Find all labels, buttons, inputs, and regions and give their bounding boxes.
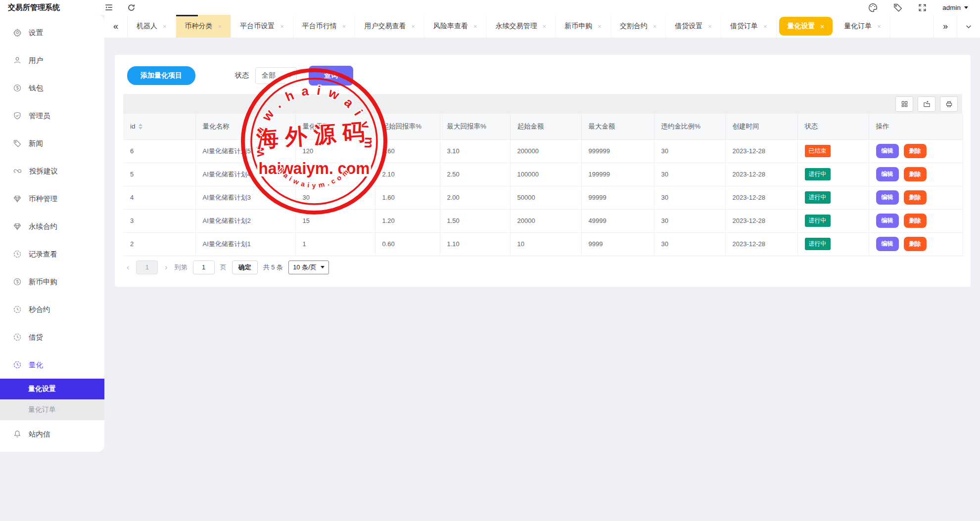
delete-button[interactable]: 删除 (904, 144, 927, 158)
tab-借贷订单[interactable]: 借贷订单× (721, 15, 777, 38)
sidebar-item-记录查看[interactable]: 记录查看 (0, 240, 104, 268)
tab-量化订单[interactable]: 量化订单× (835, 15, 890, 38)
tab-交割合约[interactable]: 交割合约× (611, 15, 666, 38)
tabs-scroll-left-button[interactable]: « (104, 15, 128, 38)
tab-close-icon[interactable]: × (411, 23, 415, 30)
tab-close-icon[interactable]: × (877, 23, 881, 30)
sidebar-item-管理员[interactable]: 管理员 (0, 102, 104, 130)
edit-button[interactable]: 编辑 (876, 167, 899, 181)
edit-button[interactable]: 编辑 (876, 214, 899, 228)
column-header-name: 量化名称 (195, 114, 295, 139)
sidebar-item-量化[interactable]: 量化 (0, 351, 104, 379)
toolbar: 添加量化项目 状态 全部 查询 (115, 55, 971, 94)
tab-close-icon[interactable]: × (543, 23, 547, 30)
next-page-button[interactable]: › (163, 263, 169, 272)
tab-量化设置[interactable]: 量化设置× (779, 17, 833, 36)
tab-永续交易管理[interactable]: 永续交易管理× (487, 15, 556, 38)
tab-label: 币种分类 (185, 22, 213, 31)
tab-close-icon[interactable]: × (598, 23, 602, 30)
tab-close-icon[interactable]: × (763, 23, 767, 30)
cell-max_rate: 1.10 (440, 232, 510, 256)
sidebar-subitem-量化设置[interactable]: 量化设置 (0, 379, 104, 399)
tab-close-icon[interactable]: × (163, 23, 167, 30)
gear-icon (13, 29, 21, 37)
sidebar-item-投拆建议[interactable]: 投拆建议 (0, 157, 104, 185)
fullscreen-icon[interactable] (918, 3, 927, 12)
tab-close-icon[interactable]: × (473, 23, 477, 30)
sidebar-toggle-icon[interactable] (104, 3, 113, 12)
cell-id: 2 (123, 232, 195, 256)
sidebar-item-钱包[interactable]: 钱包 (0, 74, 104, 102)
edit-button[interactable]: 编辑 (876, 237, 899, 251)
status-filter-select[interactable]: 全部 (255, 67, 297, 84)
gem-icon (13, 195, 21, 203)
tab-风险率查看[interactable]: 风险率查看× (424, 15, 487, 38)
cell-days: 1 (295, 232, 375, 256)
column-header-start_amount: 起始金额 (510, 114, 581, 139)
sidebar-item-永续合约[interactable]: 永续合约 (0, 213, 104, 240)
tab-label: 机器人 (137, 22, 157, 31)
tab-用户交易查看[interactable]: 用户交易查看× (355, 15, 424, 38)
sort-icon[interactable] (139, 122, 142, 131)
delete-button[interactable]: 删除 (904, 167, 927, 181)
sidebar-item-label: 量化 (29, 360, 43, 370)
sidebar-item-新闻[interactable]: 新闻 (0, 130, 104, 157)
tabs-scroll-right-button[interactable]: » (933, 15, 957, 38)
sidebar-item-站内信[interactable]: 站内信 (0, 420, 104, 448)
cell-name: AI量化储蓄计划4 (195, 163, 295, 186)
goto-page-input[interactable] (193, 260, 215, 274)
delete-button[interactable]: 删除 (904, 190, 927, 205)
sidebar-item-设置[interactable]: 设置 (0, 19, 104, 46)
sidebar-item-秒合约[interactable]: 秒合约 (0, 296, 104, 323)
tag-icon (13, 139, 21, 147)
tab-close-icon[interactable]: × (280, 23, 284, 30)
refresh-icon[interactable] (127, 3, 136, 12)
table-row: 3AI量化储蓄计划2151.201.502000049999302023-12-… (123, 209, 963, 232)
sidebar-subitem-量化订单[interactable]: 量化订单 (0, 399, 104, 420)
export-button[interactable] (918, 96, 935, 112)
tabs-menu-button[interactable] (957, 15, 980, 38)
column-settings-button[interactable] (895, 96, 913, 112)
goto-confirm-button[interactable]: 确定 (232, 260, 258, 274)
tab-机器人[interactable]: 机器人× (128, 15, 176, 38)
sidebar-item-借贷[interactable]: 借贷 (0, 323, 104, 351)
tag-icon[interactable] (893, 3, 902, 12)
content-card: 添加量化项目 状态 全部 查询 id量化名称量化天数起始回报率%最大回报率%起始… (115, 55, 971, 287)
tab-币种分类[interactable]: 币种分类× (176, 15, 232, 38)
page-size-select[interactable]: 10 条/页 (288, 260, 329, 274)
cell-max_amount: 999999 (581, 139, 654, 163)
cell-days: 30 (295, 186, 375, 209)
column-header-max_amount: 最大金额 (581, 114, 654, 139)
sidebar-item-新币申购[interactable]: 新币申购 (0, 268, 104, 296)
column-header-status: 状态 (797, 114, 869, 139)
tab-close-icon[interactable]: × (821, 23, 825, 30)
column-header-id[interactable]: id (123, 114, 195, 139)
tab-close-icon[interactable]: × (218, 23, 222, 30)
delete-button[interactable]: 删除 (904, 214, 927, 228)
prev-page-button[interactable]: ‹ (125, 263, 131, 272)
cell-max_rate: 3.10 (440, 139, 510, 163)
tab-close-icon[interactable]: × (708, 23, 712, 30)
coin-icon (13, 84, 21, 92)
tab-平台币行情[interactable]: 平台币行情× (293, 15, 356, 38)
column-header-start_rate: 起始回报率% (375, 114, 440, 139)
sidebar-item-币种管理[interactable]: 币种管理 (0, 185, 104, 213)
cell-status: 进行中 (797, 186, 869, 209)
edit-button[interactable]: 编辑 (876, 144, 899, 158)
table-body: 6AI量化储蓄计划51202.603.10200000999999302023-… (123, 139, 963, 256)
tab-新币申购[interactable]: 新币申购× (556, 15, 611, 38)
print-button[interactable] (940, 96, 958, 112)
admin-menu[interactable]: admin (942, 4, 968, 11)
edit-button[interactable]: 编辑 (876, 190, 899, 205)
cell-max_amount: 99999 (581, 186, 654, 209)
theme-palette-icon[interactable] (868, 3, 878, 12)
tab-借贷设置[interactable]: 借贷设置× (666, 15, 721, 38)
query-button[interactable]: 查询 (309, 66, 353, 86)
sidebar-item-用户[interactable]: 用户 (0, 46, 104, 74)
tab-平台币设置[interactable]: 平台币设置× (231, 15, 293, 38)
tab-close-icon[interactable]: × (342, 23, 346, 30)
tab-close-icon[interactable]: × (653, 23, 657, 30)
add-quant-project-button[interactable]: 添加量化项目 (127, 66, 195, 85)
delete-button[interactable]: 删除 (904, 237, 927, 251)
current-page-button[interactable]: 1 (136, 260, 158, 274)
